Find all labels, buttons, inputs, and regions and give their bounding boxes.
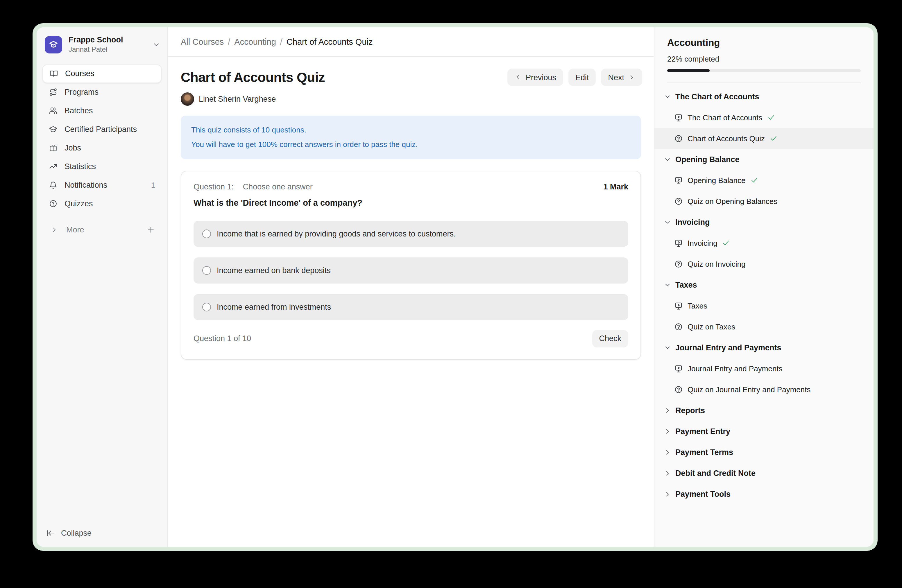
outline-section-debit-and-credit-note[interactable]: Debit and Credit Note — [655, 463, 874, 483]
quiz-notice: This quiz consists of 10 questions. You … — [181, 116, 641, 159]
outline-item[interactable]: Chart of Accounts Quiz — [655, 128, 874, 149]
collapse-sidebar-button[interactable]: Collapse — [37, 529, 168, 547]
chevron-down-icon — [664, 344, 671, 351]
notice-line-1: This quiz consists of 10 questions. — [191, 123, 631, 138]
quiz-icon — [674, 260, 683, 268]
outline-section-journal-entry-and-payments[interactable]: Journal Entry and Payments — [655, 337, 874, 358]
course-progress-fill — [667, 69, 710, 72]
breadcrumb-current: Chart of Accounts Quiz — [287, 37, 373, 47]
outline-item[interactable]: Quiz on Journal Entry and Payments — [655, 379, 874, 400]
breadcrumb-link[interactable]: Accounting — [234, 37, 276, 47]
instructor-row: Linet Sherin Varghese — [181, 92, 642, 106]
outline-item-label: Invoicing — [687, 239, 717, 247]
quiz-page: Chart of Accounts Quiz Previous Edit Nex… — [168, 57, 654, 547]
lesson-icon — [674, 176, 683, 185]
radio-button[interactable] — [202, 266, 211, 275]
outline-item-label: Quiz on Taxes — [687, 322, 735, 331]
check-button[interactable]: Check — [592, 330, 628, 347]
outline-item-label: Journal Entry and Payments — [687, 364, 783, 373]
breadcrumb: All Courses/Accounting/Chart of Accounts… — [168, 27, 654, 57]
graduation-cap-icon — [48, 39, 59, 50]
main-area: All Courses/Accounting/Chart of Accounts… — [168, 27, 654, 547]
left-sidebar: Frappe School Jannat Patel CoursesProgra… — [37, 27, 168, 547]
breadcrumb-link[interactable]: All Courses — [181, 37, 224, 47]
sidebar-item-label: Statistics — [64, 163, 155, 171]
chevron-down-icon[interactable] — [152, 41, 160, 49]
app-window-frame: Frappe School Jannat Patel CoursesProgra… — [33, 23, 878, 551]
quiz-icon — [674, 385, 683, 394]
collapse-label: Collapse — [61, 529, 92, 538]
outline-section-taxes[interactable]: Taxes — [655, 274, 874, 295]
sidebar-item-quizzes[interactable]: Quizzes — [42, 195, 161, 213]
lesson-icon — [674, 301, 683, 310]
sidebar-item-notifications[interactable]: Notifications1 — [42, 176, 161, 195]
trending-up-icon — [49, 163, 58, 171]
edit-button[interactable]: Edit — [568, 69, 596, 86]
quiz-icon — [674, 134, 683, 142]
sidebar-item-jobs[interactable]: Jobs — [42, 139, 161, 158]
outline-section-reports[interactable]: Reports — [655, 400, 874, 421]
users-icon — [49, 106, 58, 115]
outline-section-title: Taxes — [675, 280, 697, 289]
outline-item-label: Quiz on Journal Entry and Payments — [687, 385, 810, 394]
outline-item-label: Quiz on Opening Balances — [687, 197, 777, 205]
previous-button[interactable]: Previous — [508, 69, 563, 86]
course-progress-bar — [667, 69, 861, 72]
sidebar-item-courses[interactable]: Courses — [42, 64, 161, 83]
page-title: Chart of Accounts Quiz — [181, 69, 508, 85]
answer-option[interactable]: Income earned from investments — [194, 294, 628, 320]
sidebar-item-label: Programs — [64, 88, 155, 97]
outline-section-payment-tools[interactable]: Payment Tools — [655, 483, 874, 504]
notification-count-badge: 1 — [151, 181, 155, 189]
outline-item[interactable]: The Chart of Accounts — [655, 107, 874, 128]
sidebar-item-more[interactable]: More — [37, 221, 168, 239]
outline-section-title: Journal Entry and Payments — [675, 343, 781, 352]
sidebar-item-batches[interactable]: Batches — [42, 102, 161, 120]
briefcase-icon — [49, 144, 58, 153]
outline-section-payment-terms[interactable]: Payment Terms — [655, 442, 874, 463]
chevron-down-icon — [664, 218, 671, 226]
graduation-cap-icon — [49, 125, 58, 134]
sidebar-item-statistics[interactable]: Statistics — [42, 158, 161, 176]
plus-icon[interactable] — [146, 226, 155, 235]
question-pagination: Question 1 of 10 — [194, 334, 592, 343]
sidebar-item-programs[interactable]: Programs — [42, 83, 161, 102]
chevron-right-icon — [664, 469, 671, 477]
radio-button[interactable] — [202, 302, 211, 311]
outline-section-payment-entry[interactable]: Payment Entry — [655, 421, 874, 442]
radio-button[interactable] — [202, 229, 211, 238]
answer-option-label: Income earned on bank deposits — [217, 266, 331, 275]
sidebar-nav: CoursesProgramsBatchesCertified Particip… — [37, 60, 168, 213]
outline-item[interactable]: Journal Entry and Payments — [655, 358, 874, 379]
chevron-right-icon — [664, 407, 671, 414]
chevron-right-icon — [50, 226, 58, 234]
quiz-icon — [674, 197, 683, 205]
chevron-right-icon — [628, 74, 635, 81]
sidebar-item-certified-participants[interactable]: Certified Participants — [42, 120, 161, 139]
course-progress-text: 22% completed — [667, 55, 861, 63]
chevron-right-icon — [664, 448, 671, 456]
outline-section-the-chart-of-accounts[interactable]: The Chart of Accounts — [655, 86, 874, 107]
answer-option[interactable]: Income that is earned by providing goods… — [194, 220, 628, 247]
outline-item[interactable]: Quiz on Taxes — [655, 316, 874, 337]
screen: Frappe School Jannat Patel CoursesProgra… — [0, 0, 902, 588]
outline-section-title: Payment Entry — [675, 427, 730, 435]
outline-section-invoicing[interactable]: Invoicing — [655, 211, 874, 232]
outline-section-opening-balance[interactable]: Opening Balance — [655, 149, 874, 170]
book-open-icon — [49, 69, 58, 78]
outline-item[interactable]: Quiz on Invoicing — [655, 253, 874, 274]
chevron-down-icon — [664, 155, 671, 163]
workspace-switcher[interactable]: Frappe School Jannat Patel — [37, 27, 168, 60]
instructor-avatar — [181, 92, 194, 106]
quiz-icon — [674, 322, 683, 331]
outline-item[interactable]: Opening Balance — [655, 170, 874, 191]
outline-item[interactable]: Quiz on Opening Balances — [655, 191, 874, 211]
outline-item[interactable]: Invoicing — [655, 232, 874, 253]
answer-option[interactable]: Income earned on bank deposits — [194, 257, 628, 283]
question-text: What is the 'Direct Income' of a company… — [194, 198, 628, 207]
outline-item[interactable]: Taxes — [655, 295, 874, 316]
outline-section-title: Reports — [675, 406, 705, 414]
next-button[interactable]: Next — [601, 69, 642, 86]
question-instruction: Choose one answer — [243, 182, 313, 191]
outline-section-title: Payment Tools — [675, 489, 731, 498]
